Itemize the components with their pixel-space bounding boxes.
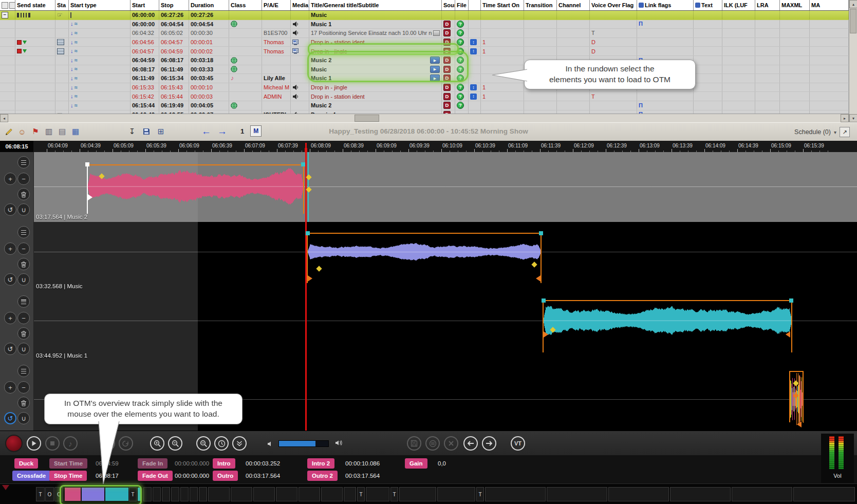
zoom-in-button[interactable] <box>150 436 164 451</box>
zoom-out-button[interactable] <box>168 436 182 451</box>
mixdown-button[interactable] <box>425 436 440 451</box>
column-header-chan[interactable]: Channel <box>557 0 590 10</box>
track-minus-button[interactable]: − <box>17 242 30 255</box>
edit-pencil-icon[interactable] <box>3 126 14 137</box>
overview-cell-20[interactable] <box>321 487 343 501</box>
column-header-send[interactable]: Send state <box>15 0 55 10</box>
track-trash-button[interactable] <box>17 327 30 340</box>
scroll-up-button[interactable]: ▴ <box>849 0 857 8</box>
overview-cell-30[interactable] <box>608 487 669 501</box>
rundown-row-4[interactable]: ↓≈06:04:5706:04:5900:00:02ThomasDrop in … <box>0 47 849 56</box>
envelope-line[interactable] <box>87 164 304 165</box>
track-trash-button[interactable] <box>17 188 30 200</box>
column-header-stop[interactable]: Stop <box>159 0 189 10</box>
overview-cell-14[interactable] <box>199 487 207 501</box>
overview-cell-t-0[interactable]: T <box>36 487 45 501</box>
scroll-down-button[interactable]: ▾ <box>849 114 857 122</box>
track-2[interactable]: 03:32.568 | Music+−↺∪ <box>0 222 857 292</box>
cancel-button[interactable] <box>444 436 458 451</box>
overview-cell-13[interactable] <box>190 487 198 501</box>
rundown-row-3[interactable]: ↓≈06:04:5606:04:5700:00:01ThomasDrop in … <box>0 38 849 47</box>
rundown-row-2[interactable]: ↓≈06:04:3206:05:0200:00:30B1ES70017 Posi… <box>0 29 849 38</box>
column-header-ma[interactable]: MA <box>810 0 849 10</box>
overview-cell-25[interactable] <box>399 487 436 501</box>
outro-button[interactable]: Outro <box>213 471 238 481</box>
overview-track[interactable]: TOCTTTT <box>0 483 857 504</box>
intro2-button[interactable]: Intro 2 <box>307 458 334 469</box>
envelope-line[interactable] <box>543 300 792 301</box>
rundown-row-9[interactable]: ↓≈06:15:4206:15:4400:00:03ADMINDrop in -… <box>0 92 849 101</box>
scroll-left-button[interactable]: ◂ <box>0 114 8 122</box>
overview-cell-o-1[interactable]: O <box>45 487 54 501</box>
track-loop-button[interactable]: ↺ <box>4 203 16 216</box>
track-plus-button[interactable]: + <box>4 312 16 324</box>
envelope-line[interactable] <box>307 233 541 234</box>
play-button[interactable] <box>27 436 41 451</box>
zoom-time-button[interactable] <box>214 436 229 451</box>
column-header-voice[interactable]: Voice Over Flag <box>590 0 637 10</box>
fade-in-button[interactable]: Fade In <box>138 458 167 469</box>
options-button[interactable] <box>9 2 15 9</box>
rundown-row-8[interactable]: ↓≈06:15:3306:15:4300:00:10Micheal MDrop … <box>0 83 849 92</box>
column-header-link[interactable]: Link flags <box>637 0 694 10</box>
rundown-row-1[interactable]: ↓≈06:00:0006:04:5400:04:54Music 1D?Π <box>0 20 849 29</box>
vertical-scroll-thumb[interactable] <box>850 9 856 33</box>
overview-cell-19[interactable] <box>299 487 320 501</box>
column-header-lra[interactable]: LRA <box>755 0 780 10</box>
overview-cell-33[interactable] <box>793 487 855 501</box>
rundown-row-5[interactable]: ↓≈06:04:5906:08:1700:03:18Music 2▶D?Π <box>0 56 849 65</box>
column-header-file[interactable]: File s <box>455 0 469 10</box>
track-loop-button[interactable]: ↺ <box>4 412 16 424</box>
track-cup-button[interactable]: ∪ <box>17 203 30 216</box>
overview-cell-31[interactable] <box>670 487 731 501</box>
next-button[interactable] <box>482 436 496 451</box>
external-link-icon[interactable]: ↗ <box>840 127 850 137</box>
column-header-flag2[interactable] <box>469 0 481 10</box>
copy-icon[interactable]: ▥ <box>43 126 54 137</box>
column-header-text[interactable]: Text <box>694 0 722 10</box>
load-down-icon[interactable]: ↧ <box>126 126 138 137</box>
column-header-maxml[interactable]: MAXML <box>780 0 810 10</box>
track-loop-button[interactable]: ↺ <box>4 273 16 286</box>
track-minus-button[interactable]: − <box>17 312 30 324</box>
track-trash-button[interactable] <box>17 397 30 409</box>
track-cup-button[interactable]: ∪ <box>17 273 30 286</box>
rundown-row-0[interactable]: −☞06:00:0006:27:2600:27:26Music <box>0 11 849 20</box>
track-plus-button[interactable]: + <box>4 381 16 394</box>
outro2-button[interactable]: Outro 2 <box>307 471 338 481</box>
rundown-row-7[interactable]: ↓≈06:11:4906:15:3400:03:45♪Lily AlleMusi… <box>0 74 849 83</box>
overview-cell-16[interactable] <box>231 487 252 501</box>
column-header-sour[interactable]: Sour <box>442 0 455 10</box>
gain-button[interactable]: Gain <box>405 458 427 469</box>
column-header-title[interactable]: Title/General title/Subtitle <box>309 0 442 10</box>
crossfade-button[interactable]: Crossfade <box>12 471 50 481</box>
overview-cell-11[interactable] <box>171 487 179 501</box>
overview-cell-29[interactable] <box>547 487 607 501</box>
column-header-start[interactable]: Start <box>131 0 159 10</box>
column-header-media[interactable]: Media <box>291 0 309 10</box>
overview-cell-t-24[interactable]: T <box>390 487 398 501</box>
column-header-pae[interactable]: P/A/E <box>262 0 291 10</box>
track-plus-button[interactable]: + <box>4 173 16 185</box>
column-header-sel[interactable] <box>0 0 15 10</box>
track-loop-button[interactable]: ↺ <box>4 343 16 355</box>
track-3[interactable]: 03:44.952 | Music 1+−↺∪ <box>0 291 857 361</box>
schedule-dropdown[interactable]: Schedule (0) <box>794 128 831 136</box>
overview-cell-23[interactable] <box>366 487 389 501</box>
overview-cell-18[interactable] <box>276 487 297 501</box>
track-minus-button[interactable]: − <box>17 381 30 394</box>
rundown-horizontal-scrollbar[interactable]: ◂ ▸ <box>0 114 849 123</box>
horizontal-scroll-thumb[interactable] <box>355 115 379 122</box>
zoom-selection-button[interactable] <box>196 436 211 451</box>
overview-cell-8[interactable] <box>143 487 152 501</box>
track-menu-button[interactable] <box>17 365 30 377</box>
track-plus-button[interactable]: + <box>4 242 16 255</box>
overview-cell-t-22[interactable]: T <box>357 487 365 501</box>
track-cup-button[interactable]: ∪ <box>17 412 30 424</box>
collapse-tracks-button[interactable] <box>232 436 247 451</box>
planner-icon[interactable]: ▦ <box>70 126 81 137</box>
column-header-tso[interactable]: Time Start On <box>481 0 524 10</box>
intro-button[interactable]: Intro <box>213 458 235 469</box>
save-icon[interactable] <box>141 126 152 137</box>
track-1[interactable]: 03:17.564 | Music 2+−↺∪ <box>0 152 857 222</box>
